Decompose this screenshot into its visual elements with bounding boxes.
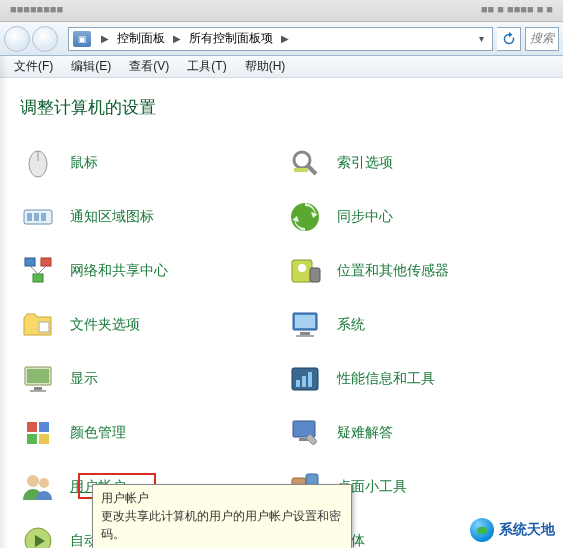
globe-icon [470, 518, 494, 542]
item-label: 网络和共享中心 [70, 262, 168, 280]
performance-icon [287, 361, 323, 397]
tooltip: 用户帐户 更改共享此计算机的用户的用户帐户设置和密码。 [92, 484, 352, 548]
svg-rect-34 [39, 434, 49, 444]
svg-rect-29 [302, 376, 306, 387]
item-label: 疑难解答 [337, 424, 393, 442]
folder-icon [20, 307, 56, 343]
item-label: 颜色管理 [70, 424, 126, 442]
item-performance[interactable]: 性能信息和工具 [287, 359, 544, 399]
system-icon [287, 307, 323, 343]
svg-rect-6 [27, 213, 32, 221]
indexing-icon [287, 145, 323, 181]
breadcrumb-item-control-panel[interactable]: 控制面板 [115, 30, 167, 47]
menu-edit[interactable]: 编辑(E) [63, 56, 119, 77]
svg-rect-11 [41, 258, 51, 266]
svg-rect-12 [33, 274, 43, 282]
svg-point-37 [27, 475, 39, 487]
tooltip-title: 用户帐户 [101, 490, 343, 507]
svg-line-3 [308, 166, 316, 174]
svg-point-16 [298, 264, 306, 272]
svg-rect-10 [25, 258, 35, 266]
item-label: 性能信息和工具 [337, 370, 435, 388]
item-label: 位置和其他传感器 [337, 262, 449, 280]
sync-icon [287, 199, 323, 235]
network-icon [20, 253, 56, 289]
svg-rect-4 [294, 168, 308, 172]
watermark: 系统天地 [470, 518, 555, 542]
item-system[interactable]: 系统 [287, 305, 544, 345]
search-input[interactable]: 搜索 [525, 27, 559, 51]
svg-rect-32 [39, 422, 49, 432]
item-display[interactable]: 显示 [20, 359, 277, 399]
display-icon [20, 361, 56, 397]
refresh-icon [502, 32, 516, 46]
svg-rect-7 [34, 213, 39, 221]
item-label: 文件夹选项 [70, 316, 140, 334]
search-placeholder: 搜索 [530, 30, 554, 47]
color-icon [20, 415, 56, 451]
svg-rect-26 [30, 390, 46, 392]
page-title: 调整计算机的设置 [20, 96, 543, 119]
svg-rect-30 [308, 372, 312, 387]
svg-rect-17 [310, 268, 320, 282]
svg-rect-21 [300, 332, 310, 335]
svg-point-38 [39, 478, 49, 488]
refresh-button[interactable] [497, 27, 521, 51]
item-network[interactable]: 网络和共享中心 [20, 251, 277, 291]
svg-rect-18 [39, 322, 49, 332]
item-mouse[interactable]: 鼠标 [20, 143, 277, 183]
nav-forward-button[interactable] [32, 26, 58, 52]
svg-point-2 [294, 152, 310, 168]
svg-line-13 [30, 266, 38, 274]
item-label: 同步中心 [337, 208, 393, 226]
item-label: 通知区域图标 [70, 208, 154, 226]
tooltip-body: 更改共享此计算机的用户的用户帐户设置和密码。 [101, 508, 343, 543]
svg-rect-31 [27, 422, 37, 432]
svg-line-14 [38, 266, 46, 274]
notification-icon [20, 199, 56, 235]
mouse-icon [20, 145, 56, 181]
svg-rect-35 [293, 421, 315, 437]
item-location[interactable]: 位置和其他传感器 [287, 251, 544, 291]
chevron-down-icon[interactable]: ▾ [473, 33, 490, 44]
menu-view[interactable]: 查看(V) [121, 56, 177, 77]
menu-tools[interactable]: 工具(T) [179, 56, 234, 77]
svg-rect-8 [41, 213, 46, 221]
svg-rect-24 [27, 369, 49, 383]
chevron-right-icon[interactable]: ▶ [275, 33, 295, 44]
item-label: 显示 [70, 370, 98, 388]
item-troubleshoot[interactable]: 疑难解答 [287, 413, 544, 453]
titlebar-text-right: ■■ ■ ■■■■ ■ ■ [481, 3, 553, 15]
location-icon [287, 253, 323, 289]
menu-file[interactable]: 文件(F) [6, 56, 61, 77]
item-label: 索引选项 [337, 154, 393, 172]
control-panel-icon: ▣ [73, 31, 91, 47]
watermark-text: 系统天地 [499, 521, 555, 539]
user-accounts-icon [20, 469, 56, 505]
address-bar: ▣ ▶ 控制面板 ▶ 所有控制面板项 ▶ ▾ 搜索 [0, 22, 563, 56]
item-label: 系统 [337, 316, 365, 334]
item-indexing[interactable]: 索引选项 [287, 143, 544, 183]
svg-point-9 [291, 203, 319, 231]
menu-help[interactable]: 帮助(H) [237, 56, 294, 77]
troubleshoot-icon [287, 415, 323, 451]
autoplay-icon [20, 523, 56, 548]
chevron-right-icon[interactable]: ▶ [95, 33, 115, 44]
breadcrumb[interactable]: ▣ ▶ 控制面板 ▶ 所有控制面板项 ▶ ▾ [68, 27, 493, 51]
svg-rect-25 [34, 387, 42, 390]
titlebar-text-left: ■■■■■■■■ [10, 3, 63, 15]
svg-rect-20 [295, 315, 315, 328]
item-sync[interactable]: 同步中心 [287, 197, 544, 237]
item-label: 鼠标 [70, 154, 98, 172]
item-notification[interactable]: 通知区域图标 [20, 197, 277, 237]
chevron-right-icon[interactable]: ▶ [167, 33, 187, 44]
item-folder-options[interactable]: 文件夹选项 [20, 305, 277, 345]
content-area: 调整计算机的设置 鼠标 索引选项 通知区域图标 同步中心 [0, 78, 563, 548]
window-titlebar: ■■■■■■■■ ■■ ■ ■■■■ ■ ■ [0, 0, 563, 22]
svg-rect-28 [296, 380, 300, 387]
breadcrumb-item-all-items[interactable]: 所有控制面板项 [187, 30, 275, 47]
item-color[interactable]: 颜色管理 [20, 413, 277, 453]
menu-bar: 文件(F) 编辑(E) 查看(V) 工具(T) 帮助(H) [0, 56, 563, 78]
nav-back-button[interactable] [4, 26, 30, 52]
svg-rect-22 [296, 335, 314, 337]
